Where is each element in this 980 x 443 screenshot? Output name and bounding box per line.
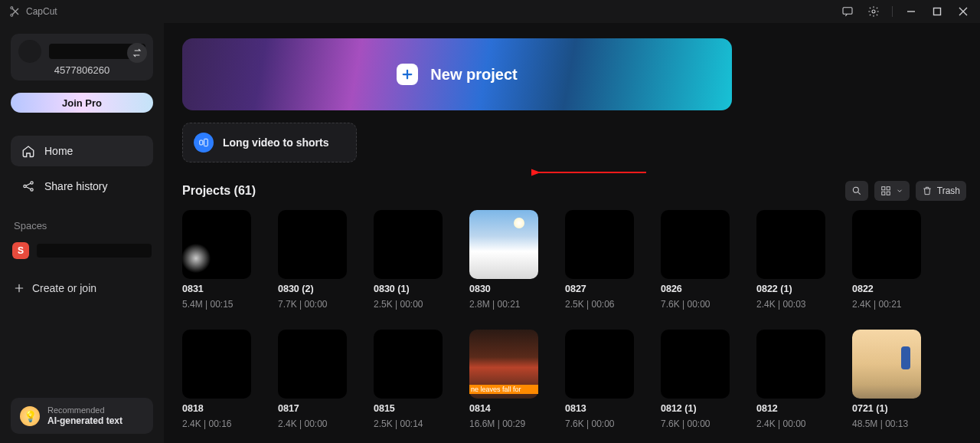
- new-project-button[interactable]: New project: [182, 38, 732, 110]
- home-icon: [21, 144, 35, 158]
- close-button[interactable]: [954, 2, 972, 21]
- plus-icon: [14, 283, 24, 294]
- project-thumbnail[interactable]: [756, 210, 825, 279]
- svg-rect-9: [204, 139, 208, 146]
- project-title: 0830 (1): [374, 284, 443, 294]
- create-or-join-button[interactable]: Create or join: [11, 276, 153, 300]
- project-title: 0812 (1): [661, 403, 730, 414]
- project-thumbnail[interactable]: [852, 330, 921, 399]
- spaces-label: Spaces: [11, 220, 153, 231]
- project-card[interactable]: 0812 (1)7.6K | 00:00: [661, 330, 730, 429]
- account-id: 4577806260: [18, 64, 145, 76]
- project-title: 0815: [374, 403, 443, 414]
- project-thumbnail[interactable]: [756, 330, 825, 399]
- recommend-text: Recommended AI-generated text: [47, 405, 122, 426]
- project-card[interactable]: 0830 (1)2.5K | 00:00: [374, 210, 443, 310]
- project-thumbnail[interactable]: [661, 210, 730, 279]
- project-card[interactable]: 08267.6K | 00:00: [661, 210, 730, 310]
- search-button[interactable]: [845, 181, 868, 201]
- project-thumbnail[interactable]: [374, 210, 443, 279]
- project-card[interactable]: 08172.4K | 00:00: [278, 330, 347, 429]
- svg-rect-8: [200, 140, 203, 145]
- projects-title: Projects (61): [182, 184, 256, 198]
- long-video-to-shorts-button[interactable]: Long video to shorts: [182, 123, 357, 162]
- space-name-redacted: [37, 244, 152, 258]
- primary-nav: Home Share history: [11, 136, 153, 202]
- view-toggle-button[interactable]: [874, 181, 910, 201]
- project-card[interactable]: 08315.4M | 00:15: [182, 210, 251, 310]
- trash-button[interactable]: Trash: [916, 181, 966, 201]
- nav-home[interactable]: Home: [11, 136, 153, 166]
- project-thumbnail[interactable]: [374, 330, 443, 399]
- project-thumbnail[interactable]: [565, 330, 634, 399]
- project-thumbnail[interactable]: [469, 330, 538, 399]
- share-icon: [21, 179, 35, 193]
- svg-point-5: [24, 185, 26, 187]
- project-thumbnail[interactable]: [278, 210, 347, 279]
- settings-icon[interactable]: [864, 2, 883, 21]
- plus-icon: [397, 64, 418, 85]
- app-name: CapCut: [26, 6, 57, 17]
- svg-rect-14: [882, 192, 885, 195]
- project-thumbnail[interactable]: [469, 210, 538, 279]
- project-title: 0814: [469, 403, 538, 414]
- project-card[interactable]: 08272.5K | 00:06: [565, 210, 634, 310]
- project-card[interactable]: 08152.5K | 00:14: [374, 330, 443, 429]
- project-title: 0830 (2): [278, 284, 347, 294]
- project-thumbnail[interactable]: [852, 210, 921, 279]
- projects-header: Projects (61) Trash: [182, 181, 966, 201]
- nav-item-label: Home: [44, 145, 73, 157]
- switch-account-icon[interactable]: [127, 43, 147, 63]
- project-meta: 2.4K | 00:21: [852, 299, 921, 310]
- project-thumbnail[interactable]: [182, 330, 251, 399]
- project-card[interactable]: 08222.4K | 00:21: [852, 210, 921, 310]
- project-title: 0831: [182, 284, 251, 294]
- project-title: 0818: [182, 403, 251, 414]
- project-card[interactable]: 081416.6M | 00:29: [469, 330, 538, 429]
- project-title: 0721 (1): [852, 403, 921, 414]
- project-title: 0822 (1): [756, 284, 825, 294]
- space-item[interactable]: S: [11, 238, 153, 264]
- project-card[interactable]: 08302.8M | 00:21: [469, 210, 538, 310]
- project-card[interactable]: 08137.6K | 00:00: [565, 330, 634, 429]
- project-card[interactable]: 08182.4K | 00:16: [182, 330, 251, 429]
- project-meta: 48.5M | 00:13: [852, 418, 921, 429]
- minimize-button[interactable]: [902, 2, 920, 21]
- project-card[interactable]: 0721 (1)48.5M | 00:13: [852, 330, 921, 429]
- chevron-down-icon: [896, 187, 903, 195]
- project-title: 0817: [278, 403, 347, 414]
- projects-grid: 08315.4M | 00:150830 (2)7.7K | 00:000830…: [182, 210, 966, 429]
- lvts-label: Long video to shorts: [223, 136, 328, 149]
- window-controls: [838, 2, 972, 21]
- project-title: 0830: [469, 284, 538, 294]
- recommend-card[interactable]: 💡 Recommended AI-generated text: [11, 398, 153, 434]
- maximize-button[interactable]: [928, 2, 946, 21]
- project-title: 0827: [565, 284, 634, 294]
- project-thumbnail[interactable]: [182, 210, 251, 279]
- svg-rect-4: [934, 8, 941, 15]
- scissor-icon: [9, 5, 21, 18]
- account-card: 4577806260: [11, 34, 153, 80]
- title-bar: CapCut: [0, 0, 980, 23]
- project-meta: 7.6K | 00:00: [661, 418, 730, 429]
- project-meta: 7.6K | 00:00: [661, 299, 730, 310]
- feedback-icon[interactable]: [838, 2, 857, 21]
- long-to-short-icon: [194, 133, 214, 153]
- app-logo: CapCut: [9, 5, 57, 18]
- project-thumbnail[interactable]: [565, 210, 634, 279]
- join-pro-button[interactable]: Join Pro: [11, 93, 153, 113]
- project-thumbnail[interactable]: [278, 330, 347, 399]
- new-project-label: New project: [430, 66, 517, 84]
- project-title: 0822: [852, 284, 921, 294]
- project-card[interactable]: 0830 (2)7.7K | 00:00: [278, 210, 347, 310]
- project-card[interactable]: 08122.4K | 00:00: [756, 330, 825, 429]
- project-meta: 5.4M | 00:15: [182, 299, 251, 310]
- project-title: 0813: [565, 403, 634, 414]
- nav-share-history[interactable]: Share history: [11, 171, 153, 202]
- trash-icon: [922, 185, 933, 196]
- project-meta: 2.4K | 00:03: [756, 299, 825, 310]
- project-thumbnail[interactable]: [661, 330, 730, 399]
- recommend-title: AI-generated text: [47, 415, 122, 426]
- avatar[interactable]: [18, 40, 41, 63]
- project-card[interactable]: 0822 (1)2.4K | 00:03: [756, 210, 825, 310]
